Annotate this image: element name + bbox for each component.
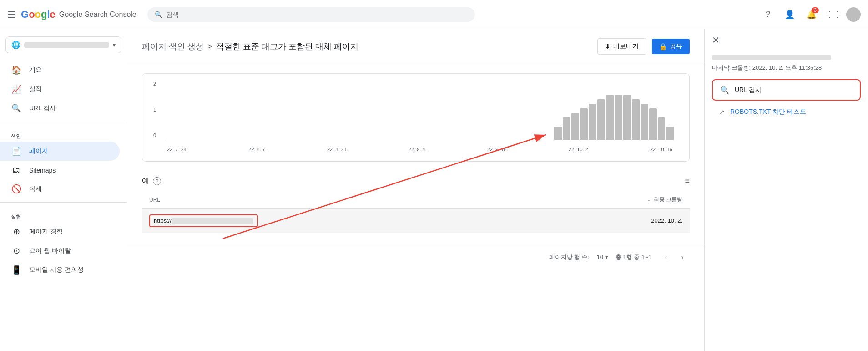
removal-icon: 🚫 (11, 184, 22, 194)
sidebar-item-url-inspection[interactable]: 🔍 URL 검사 (0, 99, 120, 118)
index-section-label: 색인 (0, 126, 127, 142)
sidebar-label-url-inspection: URL 검사 (29, 104, 56, 112)
search-bar[interactable]: 🔍 (147, 7, 475, 22)
main-content: 페이지 색인 생성 > 적절한 표준 태그가 포함된 대체 페이지 ⬇ 내보내기… (127, 29, 704, 351)
x-label-0: 22. 7. 24. (167, 147, 188, 152)
accounts-icon: 👤 (785, 10, 795, 20)
apps-icon: ⋮⋮ (825, 10, 842, 20)
search-icon: 🔍 (11, 103, 22, 113)
x-label-5: 22. 10. 2. (569, 147, 590, 152)
sidebar-label-page-experience: 페이지 경험 (29, 228, 63, 236)
url-inspect-action[interactable]: 🔍 URL 검사 (712, 79, 861, 101)
search-input[interactable] (166, 11, 468, 18)
experience-icon: ⊕ (11, 227, 22, 237)
notifications-button[interactable]: 🔔 3 (802, 5, 821, 24)
chart-bar (589, 104, 596, 140)
vitals-icon: ⊙ (11, 246, 22, 256)
chevron-down-icon: ▾ (605, 254, 608, 260)
site-name (24, 42, 109, 48)
robots-test-label: ROBOTS.TXT 차단 테스트 (730, 108, 806, 116)
export-label: 내보내기 (613, 42, 639, 51)
avatar[interactable] (846, 7, 861, 22)
chart-bar (615, 95, 622, 140)
chart-bar (623, 95, 631, 140)
table-head: URL ↓ 최종 크롤링 (142, 191, 690, 209)
nav-divider-1 (0, 122, 127, 122)
close-button[interactable]: ✕ (712, 35, 720, 46)
sidebar-item-mobile-usability[interactable]: 📱 모바일 사용 편의성 (0, 260, 120, 280)
x-label-2: 22. 8. 21. (327, 147, 348, 152)
layout: 🌐 ▾ 🏠 개요 📈 실적 🔍 URL 검사 색인 📄 페이지 🗂 Sitema… (0, 29, 868, 351)
sidebar-item-pages[interactable]: 📄 페이지 (0, 142, 120, 161)
y-label-2: 2 (153, 81, 165, 86)
rows-per-page-select[interactable]: 10 ▾ (596, 254, 608, 260)
home-icon: 🏠 (11, 65, 22, 75)
sidebar-item-overview[interactable]: 🏠 개요 (0, 61, 120, 80)
header-actions: ? 👤 🔔 3 ⋮⋮ (759, 5, 861, 24)
help-button[interactable]: ? (759, 5, 777, 24)
menu-button[interactable]: ☰ (7, 9, 15, 20)
sidebar-item-core-web-vitals[interactable]: ⊙ 코어 웹 바이탈 (0, 241, 120, 260)
y-label-0: 0 (153, 132, 165, 138)
search-action-icon: 🔍 (720, 86, 729, 94)
help-icon: ? (766, 10, 770, 19)
pagination-info: 총 1행 중 1~1 (616, 253, 651, 261)
filter-icon[interactable]: ≡ (685, 176, 690, 186)
chart-bar (571, 113, 579, 140)
sidebar-label-overview: 개요 (29, 66, 42, 74)
chart-bars (167, 81, 674, 140)
col-url: URL (142, 191, 533, 209)
sidebar-item-sitemaps[interactable]: 🗂 Sitemaps (0, 161, 120, 179)
page-header: 페이지 색인 생성 > 적절한 표준 태그가 포함된 대체 페이지 ⬇ 내보내기… (127, 29, 704, 62)
pagination-nav: ‹ › (659, 250, 690, 265)
chevron-down-icon: ▾ (113, 42, 116, 48)
mobile-icon: 📱 (11, 265, 22, 275)
sort-icon: ↓ (647, 196, 650, 203)
app-title: Google Search Console (59, 10, 136, 19)
download-icon: ⬇ (605, 43, 611, 50)
pagination-prev[interactable]: ‹ (659, 250, 673, 265)
chart-bar (666, 127, 674, 140)
chart-bar (554, 127, 562, 140)
url-value[interactable]: https:// (149, 214, 258, 227)
chart-bar (658, 117, 666, 140)
pagination: 페이지당 행 수: 10 ▾ 총 1행 중 1~1 ‹ › (127, 244, 704, 270)
nav-divider-2 (0, 202, 127, 203)
sidebar-label-pages: 페이지 (29, 147, 48, 155)
sidebar-item-page-experience[interactable]: ⊕ 페이지 경험 (0, 222, 120, 241)
url-cell: https:// (142, 209, 533, 233)
google-logo: Google (21, 9, 56, 20)
chart-bar (649, 108, 657, 140)
panel-url-blurred (712, 55, 831, 60)
chart-bar (580, 108, 588, 140)
table-header-row: URL ↓ 최종 크롤링 (142, 191, 690, 209)
right-panel: ✕ 마지막 크롤링: 2022. 10. 2. 오후 11:36:28 🔍 UR… (704, 29, 868, 351)
breadcrumb: 페이지 색인 생성 > 적절한 표준 태그가 포함된 대체 페이지 (142, 41, 358, 52)
sitemap-icon: 🗂 (11, 165, 22, 175)
chart-baseline (165, 140, 674, 140)
sidebar-label-performance: 실적 (29, 85, 42, 93)
x-label-1: 22. 8. 7. (248, 147, 267, 152)
robots-test-action[interactable]: ↗ ROBOTS.TXT 차단 테스트 (712, 102, 861, 122)
globe-icon: 🌐 (11, 41, 20, 49)
sidebar-item-performance[interactable]: 📈 실적 (0, 80, 120, 99)
export-button[interactable]: ⬇ 내보내기 (597, 38, 646, 55)
breadcrumb-separator: > (207, 42, 212, 51)
url-inspect-label: URL 검사 (735, 86, 762, 94)
site-selector[interactable]: 🌐 ▾ (5, 36, 121, 53)
notifications-badge: 3 (812, 7, 819, 13)
sidebar-item-removals[interactable]: 🚫 삭제 (0, 179, 120, 198)
table-section: 예 ? ≡ URL ↓ 최종 크롤링 (127, 169, 704, 244)
pagination-next[interactable]: › (675, 250, 690, 265)
panel-actions: 🔍 URL 검사 ↗ ROBOTS.TXT 차단 테스트 (712, 79, 861, 122)
chart-section: 0 1 2 22. 7. 24. 22. 8. 7. 22. 8. 21. 22 (127, 62, 704, 169)
chart-icon: 📈 (11, 84, 22, 94)
x-label-3: 22. 9. 4. (409, 147, 427, 152)
help-circle-icon[interactable]: ? (153, 177, 161, 185)
accounts-button[interactable]: 👤 (781, 5, 799, 24)
rows-per-page-value: 10 (596, 254, 603, 260)
breadcrumb-current: 적절한 표준 태그가 포함된 대체 페이지 (216, 41, 358, 52)
apps-button[interactable]: ⋮⋮ (824, 5, 843, 24)
chart-bar (632, 99, 640, 140)
share-button[interactable]: 🔒 공유 (652, 39, 690, 54)
